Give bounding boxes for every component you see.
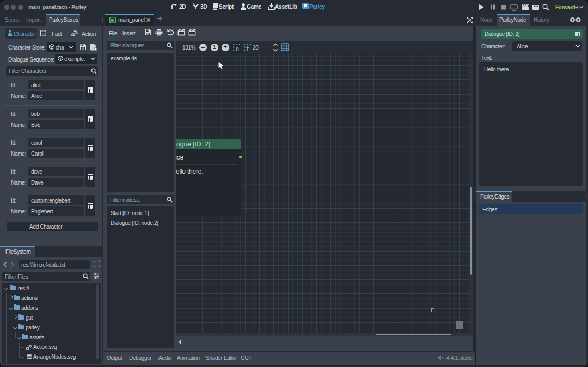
svg-text:?: ? <box>42 32 45 36</box>
